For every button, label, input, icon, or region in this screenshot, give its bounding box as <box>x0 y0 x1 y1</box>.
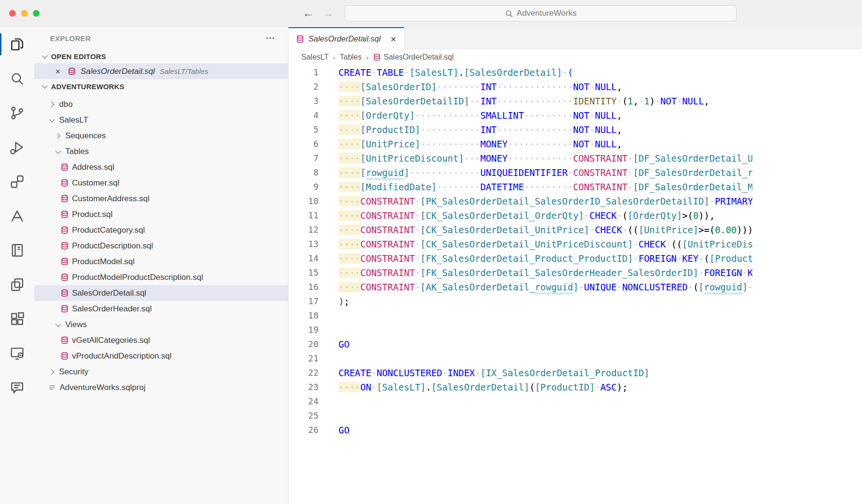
code-line: 2····[SalesOrderID]········INT··········… <box>288 80 862 94</box>
activitybar-connections[interactable] <box>0 165 34 199</box>
tree-item-productmodelproductdescription-sql[interactable]: ProductModelProductDescription.sql <box>34 269 288 285</box>
code-line-content[interactable]: ····CONSTRAINT·[AK_SalesOrderDetail_rowg… <box>318 280 752 294</box>
line-number[interactable]: 19 <box>288 323 318 337</box>
line-number[interactable]: 6 <box>288 137 318 151</box>
tree-item-address-sql[interactable]: Address.sql <box>34 159 288 175</box>
line-number[interactable]: 16 <box>288 280 318 294</box>
line-number[interactable]: 14 <box>288 251 318 266</box>
code-line-content[interactable]: CREATE·TABLE·[SalesLT].[SalesOrderDetail… <box>318 65 752 80</box>
activitybar-azure[interactable] <box>0 199 34 233</box>
breadcrumb-item-tables[interactable]: Tables <box>340 53 362 62</box>
line-number[interactable]: 8 <box>288 165 318 180</box>
code-line-content[interactable]: ····CONSTRAINT·[CK_SalesOrderDetail_Orde… <box>318 208 752 223</box>
command-center[interactable]: AdventureWorks <box>345 5 737 21</box>
tree-item-customeraddress-sql[interactable]: CustomerAddress.sql <box>34 191 288 206</box>
code-line-content[interactable]: ····[SalesOrderDetailID]··INT···········… <box>318 94 752 108</box>
tree-item-sequences[interactable]: Sequences <box>34 128 288 144</box>
activitybar-search[interactable] <box>0 62 34 96</box>
open-editor-item[interactable]: ×SalesOrderDetail.sqlSalesLT/Tables <box>34 63 288 79</box>
line-number[interactable]: 21 <box>288 351 318 366</box>
activitybar-notebook[interactable] <box>0 233 34 267</box>
section-open-editors[interactable]: OPEN EDITORS <box>34 49 288 63</box>
line-number[interactable]: 23 <box>288 380 318 394</box>
minimize-window-button[interactable] <box>21 10 28 17</box>
back-button[interactable]: ← <box>302 5 314 21</box>
code-line-content[interactable]: ····[UnitPrice]···········MONEY·········… <box>318 137 752 151</box>
activitybar-remote-monitor[interactable] <box>0 336 34 370</box>
code-line-content[interactable]: ····[SalesOrderID]········INT···········… <box>318 80 752 94</box>
tree-item-productcategory-sql[interactable]: ProductCategory.sql <box>34 222 288 238</box>
code-editor[interactable]: 1CREATE·TABLE·[SalesLT].[SalesOrderDetai… <box>288 65 862 437</box>
tree-item-tables[interactable]: Tables <box>34 144 288 159</box>
code-line-content[interactable]: ); <box>318 294 752 309</box>
activitybar-extensions[interactable] <box>0 302 34 336</box>
code-line-content[interactable] <box>318 409 752 423</box>
code-line-content[interactable]: ····CONSTRAINT·[FK_SalesOrderDetail_Prod… <box>318 251 752 266</box>
tree-item-dbo[interactable]: dbo <box>34 96 288 112</box>
close-window-button[interactable] <box>9 10 16 17</box>
section-adventureworks[interactable]: ADVENTUREWORKS <box>34 79 288 93</box>
code-line-content[interactable] <box>318 323 752 337</box>
tree-item-vproductanddescription-sql[interactable]: vProductAndDescription.sql <box>34 348 288 364</box>
tree-item-security[interactable]: Security <box>34 364 288 380</box>
zoom-window-button[interactable] <box>33 10 40 17</box>
line-number[interactable]: 13 <box>288 237 318 251</box>
forward-button[interactable]: → <box>322 5 334 21</box>
line-number[interactable]: 11 <box>288 208 318 223</box>
code-line-content[interactable]: ····[OrderQty]············SMALLINT······… <box>318 108 752 123</box>
line-number[interactable]: 17 <box>288 294 318 309</box>
code-line-content[interactable]: ····CONSTRAINT·[CK_SalesOrderDetail_Unit… <box>318 237 752 251</box>
line-number[interactable]: 4 <box>288 108 318 123</box>
tree-item-views[interactable]: Views <box>34 317 288 332</box>
tree-item-salesorderheader-sql[interactable]: SalesOrderHeader.sql <box>34 301 288 317</box>
line-number[interactable]: 22 <box>288 366 318 380</box>
tree-item-salesorderdetail-sql[interactable]: SalesOrderDetail.sql <box>34 285 288 301</box>
close-icon[interactable]: × <box>55 67 63 76</box>
breadcrumb-item-salesorderdetail-sql[interactable]: SalesOrderDetail.sql <box>373 53 454 62</box>
code-line-content[interactable] <box>318 309 752 323</box>
tree-item-adventureworks-sqlproj[interactable]: AdventureWorks.sqlproj <box>34 380 288 395</box>
line-number[interactable]: 15 <box>288 266 318 280</box>
code-line-content[interactable]: CREATE·NONCLUSTERED·INDEX·[IX_SalesOrder… <box>318 366 752 380</box>
activitybar-run-debug[interactable] <box>0 130 34 165</box>
code-line-content[interactable] <box>318 394 752 409</box>
activitybar-explorer[interactable] <box>0 27 34 62</box>
line-number[interactable]: 2 <box>288 80 318 94</box>
line-number[interactable]: 20 <box>288 337 318 351</box>
tree-item-product-sql[interactable]: Product.sql <box>34 206 288 222</box>
code-line-content[interactable]: ····CONSTRAINT·[FK_SalesOrderDetail_Sale… <box>318 266 752 280</box>
line-number[interactable]: 10 <box>288 194 318 208</box>
code-line-content[interactable]: ····[ProductID]···········INT···········… <box>318 123 752 137</box>
line-number[interactable]: 1 <box>288 65 318 80</box>
tree-item-saleslt[interactable]: SalesLT <box>34 112 288 128</box>
more-actions-button[interactable] <box>265 33 276 43</box>
code-line-content[interactable]: ····CONSTRAINT·[CK_SalesOrderDetail_Unit… <box>318 223 752 237</box>
activitybar-database-projects[interactable] <box>0 267 34 302</box>
line-number[interactable]: 7 <box>288 151 318 165</box>
close-icon[interactable]: × <box>390 34 396 44</box>
code-line-content[interactable]: ····[rowguid]·············UNIQUEIDENTIFI… <box>318 165 752 180</box>
code-line-content[interactable]: ····ON·[SalesLT].[SalesOrderDetail]([Pro… <box>318 380 752 394</box>
code-line-content[interactable]: ····[ModifiedDate]········DATETIME······… <box>318 180 752 194</box>
tree-item-productmodel-sql[interactable]: ProductModel.sql <box>34 254 288 269</box>
tree-item-productdescription-sql[interactable]: ProductDescription.sql <box>34 238 288 254</box>
line-number[interactable]: 25 <box>288 409 318 423</box>
code-line-content[interactable]: ····CONSTRAINT·[PK_SalesOrderDetail_Sale… <box>318 194 752 208</box>
activitybar-comments[interactable] <box>0 370 34 405</box>
line-number[interactable]: 5 <box>288 123 318 137</box>
breadcrumb-item-saleslt[interactable]: SalesLT <box>301 53 329 62</box>
code-line-content[interactable] <box>318 351 752 366</box>
line-number[interactable]: 24 <box>288 394 318 409</box>
tree-item-customer-sql[interactable]: Customer.sql <box>34 175 288 191</box>
code-line-content[interactable]: ····[UnitPriceDiscount]···MONEY·········… <box>318 151 752 165</box>
line-number[interactable]: 9 <box>288 180 318 194</box>
activitybar-source-control[interactable] <box>0 96 34 130</box>
code-line-content[interactable]: GO <box>318 337 752 351</box>
line-number[interactable]: 26 <box>288 423 318 437</box>
code-line-content[interactable]: GO <box>318 423 752 437</box>
tree-item-vgetallcategories-sql[interactable]: vGetAllCategories.sql <box>34 332 288 348</box>
line-number[interactable]: 18 <box>288 309 318 323</box>
line-number[interactable]: 12 <box>288 223 318 237</box>
tab-salesorderdetail[interactable]: SalesOrderDetail.sql × <box>288 27 404 50</box>
line-number[interactable]: 3 <box>288 94 318 108</box>
